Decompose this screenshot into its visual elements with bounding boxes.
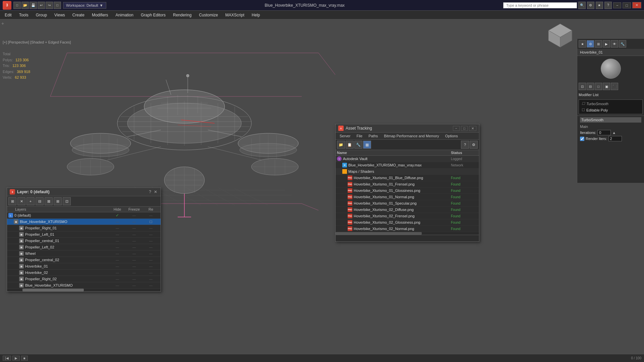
iterations-input[interactable] xyxy=(597,130,611,135)
rp-modify-icon[interactable]: ⚙ xyxy=(587,40,594,48)
layer-tool-6[interactable]: ⊞ xyxy=(54,197,62,205)
asset-tb-2[interactable]: 📋 xyxy=(346,141,354,149)
object-name-field[interactable]: Hoverbike_01 xyxy=(577,49,644,56)
minimize-btn[interactable]: − xyxy=(613,2,621,8)
asset-row[interactable]: PNG Hoverbike_Xturismo_02_Frensel.png Fo… xyxy=(336,213,479,219)
rp-element-icon[interactable]: ⬛ xyxy=(611,83,618,90)
asset-row[interactable]: Maps / Shaders xyxy=(336,168,479,175)
layer-row[interactable]: ▣ Propeller_Right_01 — — — xyxy=(7,225,161,231)
asset-tb-1[interactable]: 📁 xyxy=(337,141,345,149)
rp-edge-icon[interactable]: ⊟ xyxy=(587,83,594,90)
layer-row[interactable]: ▣ Wheel — — — xyxy=(7,250,161,257)
layer-row[interactable]: ▣ Propeller_central_01 — — — xyxy=(7,238,161,244)
layer-row[interactable]: ▣ Hoverbike_01 — — — xyxy=(7,263,161,270)
asset-row[interactable]: PNG Hoverbike_Xturismo_02_Normal.png Fou… xyxy=(336,226,479,232)
asset-tb-3[interactable]: 🔧 xyxy=(354,141,362,149)
menu-item-tools[interactable]: Tools xyxy=(16,12,32,18)
layer-row[interactable]: ▣ Propeller_Left_02 — — — xyxy=(7,244,161,250)
menu-item-customize[interactable]: Customize xyxy=(195,12,221,18)
workspace-dropdown[interactable]: Workspace: Default ▼ xyxy=(63,2,106,9)
menu-item-help[interactable]: Help xyxy=(248,12,264,18)
menu-item-create[interactable]: Create xyxy=(69,12,88,18)
maximize-btn[interactable]: □ xyxy=(623,2,631,8)
help-icon[interactable]: ? xyxy=(604,2,612,9)
layer-tool-7[interactable]: ⊡ xyxy=(63,197,71,205)
filter-icon[interactable]: ⚙ xyxy=(587,2,594,9)
stop-btn[interactable]: ■ xyxy=(21,356,28,361)
layer-row[interactable]: ▣ Propeller_central_02 — — — xyxy=(7,257,161,263)
layer-row[interactable]: ▣ Blue_Hoverbike_XTURISMO — — □ xyxy=(7,219,161,225)
asset-panel-maximize[interactable]: □ xyxy=(461,126,468,131)
undo-btn[interactable]: ↩ xyxy=(38,2,45,9)
rp-border-icon[interactable]: ▣ xyxy=(603,83,610,90)
asset-menu-server[interactable]: Server xyxy=(337,133,353,139)
asset-tb-settings[interactable]: ⚙ xyxy=(470,141,478,149)
rp-utilities-icon[interactable]: 🔧 xyxy=(619,40,626,48)
star-icon[interactable]: ★ xyxy=(596,2,603,9)
asset-name: PNG Hoverbike_Xturismo_01_Frensel.png xyxy=(337,182,451,187)
rp-face-icon[interactable]: □ xyxy=(595,83,602,90)
redo-btn[interactable]: ↪ xyxy=(46,2,53,9)
asset-row[interactable]: PNG Hoverbike_Xturismo_01_Frensel.png Fo… xyxy=(336,181,479,188)
layer-tool-delete[interactable]: ✕ xyxy=(17,197,25,205)
asset-tb-4[interactable]: ▦ xyxy=(363,141,371,149)
modifier-turbosmooth[interactable]: ☐ TurboSmooth xyxy=(580,100,642,107)
menu-item-edit[interactable]: Edit xyxy=(1,12,15,18)
layer-row[interactable]: ▣ Hoverbike_02 — — — xyxy=(7,270,161,276)
menu-item-modifiers[interactable]: Modifiers xyxy=(89,12,112,18)
menu-item-rendering[interactable]: Rendering xyxy=(170,12,195,18)
asset-menu-bitmap-performance-and-memory[interactable]: Bitmap Performance and Memory xyxy=(381,133,442,139)
asset-row[interactable]: PNG Hoverbike_Xturismo_01_Normal.png Fou… xyxy=(336,194,479,200)
iterations-up-arrow[interactable]: ▲ xyxy=(612,131,616,135)
viewport-corner-plus[interactable]: + xyxy=(1,21,4,26)
layer-row[interactable]: L 0 (default) ✓ — — xyxy=(7,212,161,219)
layer-tool-1[interactable]: ⊞ xyxy=(8,197,16,205)
rp-motion-icon[interactable]: ▶ xyxy=(603,40,610,48)
render-btn[interactable]: □ xyxy=(54,2,61,9)
save-btn[interactable]: 💾 xyxy=(30,2,37,9)
menu-item-maxscript[interactable]: MAXScript xyxy=(222,12,248,18)
timeline-btn[interactable]: |◀ xyxy=(3,356,11,361)
asset-row[interactable]: PNG Hoverbike_Xturismo_01_Glossiness.png… xyxy=(336,188,479,194)
open-btn[interactable]: 📂 xyxy=(21,2,29,9)
asset-menu-file[interactable]: File xyxy=(354,133,365,139)
layer-tool-add[interactable]: + xyxy=(26,197,35,205)
asset-row[interactable]: V Autodesk Vault Logged xyxy=(336,156,479,162)
asset-row[interactable]: PNG Hoverbike_Xturismo_01_Blue_Diffuse.p… xyxy=(336,175,479,181)
asset-scrollbar-h[interactable] xyxy=(336,232,479,235)
asset-row[interactable]: PNG Hoverbike_Xturismo_01_Specular.png F… xyxy=(336,200,479,207)
close-btn[interactable]: ✕ xyxy=(632,2,641,8)
asset-tb-help[interactable]: ? xyxy=(461,141,469,149)
asset-panel-close[interactable]: ✕ xyxy=(469,126,476,131)
rp-hierarchy-icon[interactable]: ⊞ xyxy=(595,40,602,48)
rp-create-icon[interactable]: ★ xyxy=(579,40,586,48)
menu-item-views[interactable]: Views xyxy=(51,12,68,18)
layer-row[interactable]: ▣ Propeller_Left_01 — — — xyxy=(7,231,161,238)
layer-scrollbar-h[interactable] xyxy=(7,289,161,291)
asset-menu-paths[interactable]: Paths xyxy=(366,133,380,139)
layer-tool-obj-to-layer[interactable]: ⊠ xyxy=(45,197,53,205)
asset-row[interactable]: PNG Hoverbike_Xturismo_02_Glossiness.png… xyxy=(336,219,479,226)
menu-item-animation[interactable]: Animation xyxy=(112,12,137,18)
search-icon[interactable]: 🔍 xyxy=(578,2,586,9)
render-iters-checkbox[interactable] xyxy=(580,137,584,141)
rp-vert-icon[interactable]: ⊡ xyxy=(579,83,586,90)
play-btn[interactable]: ▶ xyxy=(12,356,20,361)
menu-item-group[interactable]: Group xyxy=(33,12,50,18)
modifier-editable-poly[interactable]: ☐ Editable Poly xyxy=(580,107,642,113)
layer-row[interactable]: ▣ Blue_Hoverbike_XTURISMO — — — xyxy=(7,282,161,289)
search-input[interactable] xyxy=(503,2,577,8)
menu-item-graph-editors[interactable]: Graph Editors xyxy=(137,12,169,18)
rp-display-icon[interactable]: 👁 xyxy=(611,40,618,48)
asset-panel-minimize[interactable]: − xyxy=(453,126,460,131)
layer-panel-help[interactable]: ? xyxy=(148,190,152,194)
asset-row[interactable]: PNG Hoverbike_Xturismo_02_Diffuse.png Fo… xyxy=(336,207,479,213)
asset-row[interactable]: M Blue_Hoverbike_XTURISMO_max_vray.max N… xyxy=(336,162,479,168)
render-iters-input[interactable] xyxy=(608,136,622,141)
asset-menu-options[interactable]: Options xyxy=(443,133,461,139)
layer-tool-select-obj[interactable]: ⊟ xyxy=(36,197,44,205)
viewport-cube[interactable] xyxy=(547,22,574,49)
new-btn[interactable]: □ xyxy=(13,2,21,9)
layer-row[interactable]: ▣ Propeller_Right_02 — — — xyxy=(7,276,161,282)
layer-panel-close[interactable]: ✕ xyxy=(153,190,158,194)
